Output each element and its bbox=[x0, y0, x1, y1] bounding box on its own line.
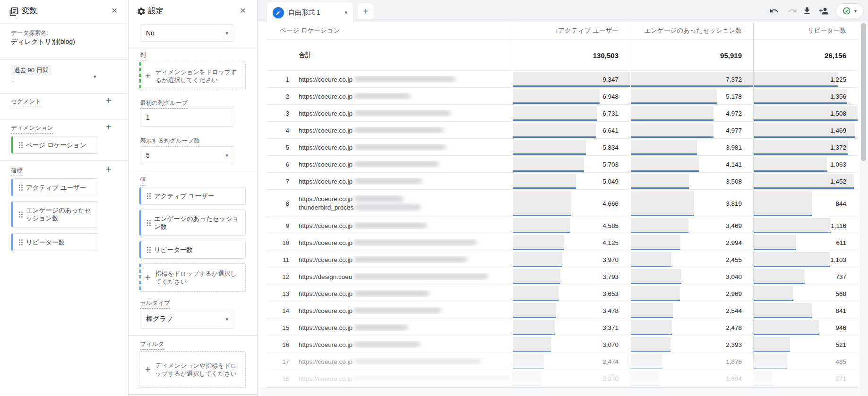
add-dimension-button[interactable]: + bbox=[106, 122, 112, 133]
metric-cell[interactable]: 2,393 bbox=[630, 336, 753, 353]
metric-cell[interactable]: 1,508 bbox=[753, 105, 858, 121]
table-row[interactable]: 18https://coeure.co.jp2,2701,694271 bbox=[266, 370, 858, 387]
tab-caret-icon[interactable]: ▾ bbox=[344, 9, 347, 16]
metric-cell[interactable]: 521 bbox=[753, 336, 858, 353]
metric-cell[interactable]: 271 bbox=[753, 370, 858, 387]
metric-cell[interactable]: 4,125 bbox=[512, 234, 630, 251]
metric-cell[interactable]: 1,876 bbox=[630, 353, 753, 370]
dimension-chip-page-location[interactable]: ページ ロケーション bbox=[11, 136, 98, 154]
nearest-neighbors-select[interactable]: No ▾ bbox=[140, 25, 234, 42]
drag-handle-icon[interactable] bbox=[19, 211, 20, 213]
metric-cell[interactable]: 844 bbox=[753, 190, 858, 217]
table-row[interactable]: 14https://coeure.co.jp3,4782,544841 bbox=[266, 302, 858, 319]
share-person-add-icon[interactable] bbox=[819, 6, 828, 16]
metric-cell[interactable]: 2,455 bbox=[630, 251, 753, 268]
table-row[interactable]: 13https://coeure.co.jp3,6532,969568 bbox=[266, 285, 858, 302]
drag-handle-icon[interactable] bbox=[19, 239, 20, 241]
table-row[interactable]: 1https://coeure.co.jp9,3477,3721,225 bbox=[266, 71, 858, 88]
metric-cell[interactable]: 9,347 bbox=[512, 71, 630, 87]
metric-cell[interactable]: 2,544 bbox=[630, 302, 753, 319]
value-chip-active-users[interactable]: アクティブ ユーザー bbox=[139, 187, 246, 205]
table-row[interactable]: 17https://coeure.co.jp2,4741,876485 bbox=[266, 353, 858, 370]
table-row[interactable]: 11https://coeure.co.jp3,9702,4551,103 bbox=[266, 251, 858, 268]
metric-cell[interactable]: 3,653 bbox=[512, 285, 630, 302]
metric-cell[interactable]: 3,469 bbox=[630, 217, 753, 234]
metric-cell[interactable]: 6,731 bbox=[512, 105, 630, 121]
metric-cell[interactable]: 2,994 bbox=[630, 234, 753, 251]
metric-chip-returning-users[interactable]: リピーター数 bbox=[11, 233, 98, 251]
drag-handle-icon[interactable] bbox=[147, 193, 148, 194]
metric-cell[interactable]: 5,703 bbox=[512, 156, 630, 172]
metric-cell[interactable]: 4,972 bbox=[630, 105, 753, 121]
header-page-location[interactable]: ページ ロケーション bbox=[266, 22, 512, 39]
table-row[interactable]: 9https://coeure.co.jp4,5853,4691,116 bbox=[266, 217, 858, 234]
col-group-count-select[interactable]: 5 ▾ bbox=[140, 146, 234, 164]
metric-cell[interactable]: 5,834 bbox=[512, 139, 630, 155]
metric-cell[interactable]: 568 bbox=[753, 285, 858, 302]
table-row[interactable]: 7https://coeure.co.jp5,0493,5081,452 bbox=[266, 173, 858, 190]
columns-dropzone[interactable]: + ディメンションをドロップするか選択してください bbox=[139, 62, 246, 90]
date-range-caret-icon[interactable]: ▾ bbox=[94, 74, 96, 80]
metric-cell[interactable]: 4,585 bbox=[512, 217, 630, 234]
header-active-users[interactable]: ↓アクティブ ユーザー bbox=[512, 22, 630, 39]
metric-cell[interactable]: 3,478 bbox=[512, 302, 630, 319]
exploration-name[interactable]: ディレクトリ別(blog) bbox=[11, 38, 75, 46]
metric-cell[interactable]: 3,040 bbox=[630, 268, 753, 285]
first-col-group-input[interactable]: 1 bbox=[140, 109, 234, 126]
metric-cell[interactable]: 5,178 bbox=[630, 88, 753, 104]
metric-chip-active-users[interactable]: アクティブ ユーザー bbox=[11, 178, 98, 196]
metric-cell[interactable]: 1,356 bbox=[753, 88, 858, 104]
metric-cell[interactable]: 1,116 bbox=[753, 217, 858, 234]
table-row[interactable]: 6https://coeure.co.jp5,7034,1411,063 bbox=[266, 156, 858, 173]
metric-cell[interactable]: 1,225 bbox=[753, 71, 858, 87]
drag-handle-icon[interactable] bbox=[147, 220, 148, 221]
metric-cell[interactable]: 1,694 bbox=[630, 370, 753, 387]
metric-cell[interactable]: 946 bbox=[753, 319, 858, 336]
date-range-selector[interactable]: 過去 90 日間 bbox=[11, 66, 114, 75]
scrollbar-thumb[interactable] bbox=[861, 23, 866, 161]
saved-status-button[interactable]: ▾ bbox=[835, 3, 864, 18]
metric-cell[interactable]: 485 bbox=[753, 353, 858, 370]
metric-chip-engaged-sessions[interactable]: エンゲージのあったセッション数 bbox=[11, 201, 98, 227]
value-chip-engaged-sessions[interactable]: エンゲージのあったセッション数 bbox=[139, 210, 246, 236]
metric-cell[interactable]: 3,970 bbox=[512, 251, 630, 268]
metric-cell[interactable]: 1,103 bbox=[753, 251, 858, 268]
metric-cell[interactable]: 2,969 bbox=[630, 285, 753, 302]
metric-cell[interactable]: 1,063 bbox=[753, 156, 858, 172]
drag-handle-icon[interactable] bbox=[19, 185, 20, 186]
cell-type-select[interactable]: 棒グラフ ▾ bbox=[140, 310, 234, 329]
metric-cell[interactable]: 841 bbox=[753, 302, 858, 319]
add-tab-button[interactable]: + bbox=[358, 3, 374, 19]
drag-handle-icon[interactable] bbox=[147, 247, 148, 248]
metric-cell[interactable]: 1,452 bbox=[753, 173, 858, 189]
metric-cell[interactable]: 1,372 bbox=[753, 139, 858, 155]
undo-icon[interactable] bbox=[769, 6, 779, 16]
metric-cell[interactable]: 3,371 bbox=[512, 319, 630, 336]
metric-cell[interactable]: 2,474 bbox=[512, 353, 630, 370]
drag-handle-icon[interactable] bbox=[19, 142, 20, 143]
table-row[interactable]: 2https://coeure.co.jp6,9485,1781,356 bbox=[266, 88, 858, 105]
close-variables-icon[interactable]: × bbox=[112, 6, 117, 15]
metric-cell[interactable]: 3,070 bbox=[512, 336, 630, 353]
metric-cell[interactable]: 6,948 bbox=[512, 88, 630, 104]
metric-cell[interactable]: 737 bbox=[753, 268, 858, 285]
metric-cell[interactable]: 2,270 bbox=[512, 370, 630, 387]
download-icon[interactable] bbox=[802, 6, 812, 16]
table-row[interactable]: 5https://coeure.co.jp5,8343,9811,372 bbox=[266, 139, 858, 156]
metric-cell[interactable]: 611 bbox=[753, 234, 858, 251]
metric-cell[interactable]: 2,478 bbox=[630, 319, 753, 336]
metric-cell[interactable]: 4,977 bbox=[630, 122, 753, 138]
filter-dropzone[interactable]: + ディメンションや指標をドロップするか選択してください bbox=[139, 351, 246, 388]
metric-cell[interactable]: 7,372 bbox=[630, 71, 753, 87]
add-segment-button[interactable]: + bbox=[106, 95, 112, 106]
metric-cell[interactable]: 4,666 bbox=[512, 190, 630, 217]
table-row[interactable]: 15https://coeure.co.jp3,3712,478946 bbox=[266, 319, 858, 336]
header-returning-users[interactable]: リピーター数 bbox=[753, 22, 858, 39]
header-engaged-sessions[interactable]: エンゲージのあったセッション数 bbox=[630, 22, 753, 39]
metric-cell[interactable]: 1,469 bbox=[753, 122, 858, 138]
metric-cell[interactable]: 4,141 bbox=[630, 156, 753, 172]
add-metric-button[interactable]: + bbox=[106, 164, 112, 175]
close-settings-icon[interactable]: × bbox=[240, 6, 246, 15]
metric-cell[interactable]: 6,641 bbox=[512, 122, 630, 138]
metrics-dropzone[interactable]: + 指標をドロップするか選択してください bbox=[139, 263, 246, 292]
